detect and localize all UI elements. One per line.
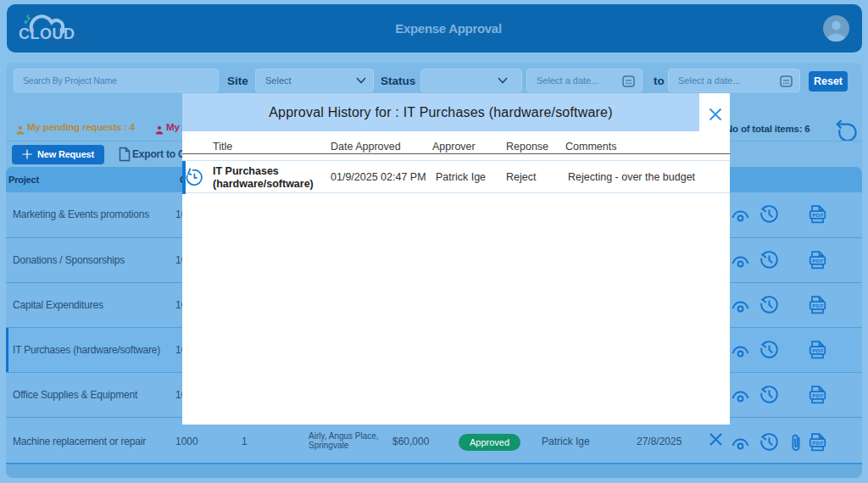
svg-text:PDF: PDF <box>812 258 824 264</box>
svg-text:PDF: PDF <box>812 440 824 446</box>
svg-text:PDF: PDF <box>812 347 824 353</box>
svg-text:SOLUTION IT: SOLUTION IT <box>47 41 92 46</box>
svg-text:PDF: PDF <box>812 392 824 398</box>
svg-text:PDF: PDF <box>812 303 824 308</box>
svg-text:PDF: PDF <box>812 212 824 218</box>
